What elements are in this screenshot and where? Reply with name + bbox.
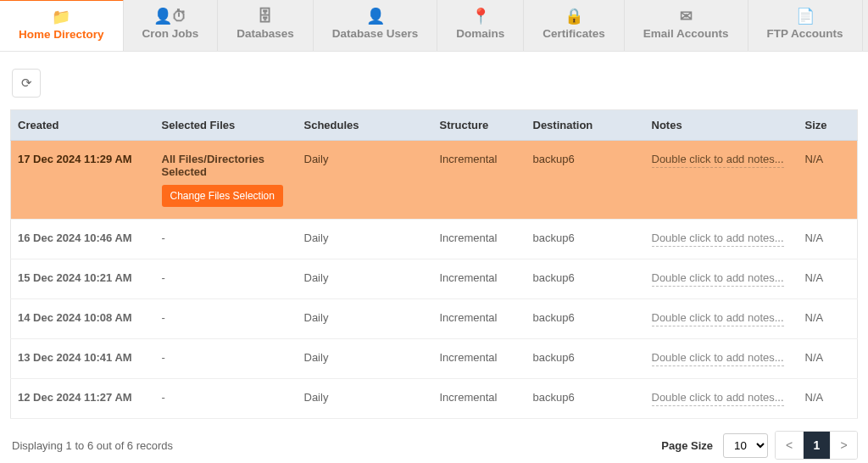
backups-table: Created Selected Files Schedules Structu…: [10, 109, 858, 419]
cell-structure: Incremental: [433, 220, 526, 259]
cell-notes[interactable]: Double click to add notes...: [645, 141, 798, 220]
table-row[interactable]: 12 Dec 2024 11:27 AM-DailyIncrementalbac…: [11, 379, 858, 419]
pager: < 1 >: [775, 431, 858, 460]
cell-notes[interactable]: Double click to add notes...: [645, 220, 798, 259]
cell-schedules: Daily: [298, 379, 433, 419]
table-row[interactable]: 17 Dec 2024 11:29 AMAll Files/Directorie…: [11, 141, 858, 220]
table-row[interactable]: 14 Dec 2024 10:08 AM-DailyIncrementalbac…: [11, 299, 858, 339]
col-selected-files[interactable]: Selected Files: [155, 110, 298, 141]
tab-label: Database Users: [332, 27, 418, 40]
cell-structure: Incremental: [433, 141, 526, 220]
email-accounts-icon: ✉: [643, 8, 729, 24]
cell-created: 16 Dec 2024 10:46 AM: [11, 220, 155, 259]
cell-destination: backup6: [526, 339, 645, 379]
tab-database-users[interactable]: 👤Database Users: [314, 0, 437, 51]
cell-destination: backup6: [526, 259, 645, 299]
cell-schedules: Daily: [298, 220, 433, 259]
cell-created: 15 Dec 2024 10:21 AM: [11, 259, 155, 299]
notes-placeholder: Double click to add notes...: [652, 153, 784, 168]
tab-certificates[interactable]: 🔒Certificates: [524, 0, 625, 51]
cell-destination: backup6: [526, 379, 645, 419]
cell-size: N/A: [798, 259, 858, 299]
col-size[interactable]: Size: [798, 110, 858, 141]
files-selected-text: All Files/Directories Selected: [162, 153, 291, 178]
records-summary: Displaying 1 to 6 out of 6 records: [10, 439, 173, 452]
cell-selected-files: -: [155, 299, 298, 339]
tab-label: Databases: [236, 27, 294, 40]
database-users-icon: 👤: [332, 8, 418, 24]
tab-label: Home Directory: [19, 28, 104, 41]
cell-notes[interactable]: Double click to add notes...: [645, 299, 798, 339]
refresh-button[interactable]: ⟳: [12, 69, 41, 98]
pager-prev[interactable]: <: [776, 432, 803, 459]
notes-placeholder: Double click to add notes...: [652, 391, 784, 406]
cell-schedules: Daily: [298, 141, 433, 220]
tab-label: Domains: [456, 27, 504, 40]
tab-cron-jobs[interactable]: 👤⏱Cron Jobs: [124, 0, 219, 51]
cell-size: N/A: [798, 299, 858, 339]
pager-current[interactable]: 1: [803, 432, 830, 459]
tab-ftp-accounts[interactable]: 📄FTP Accounts: [748, 0, 863, 51]
cell-structure: Incremental: [433, 259, 526, 299]
cell-notes[interactable]: Double click to add notes...: [645, 259, 798, 299]
cell-schedules: Daily: [298, 339, 433, 379]
tab-databases[interactable]: 🗄Databases: [218, 0, 314, 51]
tab-label: Certificates: [542, 27, 605, 40]
cell-size: N/A: [798, 339, 858, 379]
tab-label: Email Accounts: [643, 27, 729, 40]
tab-home-directory[interactable]: 📁Home Directory: [0, 0, 124, 51]
tab-label: FTP Accounts: [767, 27, 843, 40]
cell-notes[interactable]: Double click to add notes...: [645, 339, 798, 379]
cell-structure: Incremental: [433, 299, 526, 339]
cell-selected-files: -: [155, 259, 298, 299]
cell-schedules: Daily: [298, 259, 433, 299]
cell-schedules: Daily: [298, 299, 433, 339]
pager-next[interactable]: >: [830, 432, 857, 459]
notes-placeholder: Double click to add notes...: [652, 271, 784, 287]
col-destination[interactable]: Destination: [526, 110, 645, 141]
cell-destination: backup6: [526, 220, 645, 259]
notes-placeholder: Double click to add notes...: [652, 351, 784, 366]
cell-destination: backup6: [526, 141, 645, 220]
cell-selected-files: -: [155, 339, 298, 379]
cell-structure: Incremental: [433, 379, 526, 419]
cell-size: N/A: [798, 379, 858, 419]
home-directory-icon: 📁: [19, 9, 104, 25]
cell-notes[interactable]: Double click to add notes...: [645, 379, 798, 419]
col-created[interactable]: Created: [11, 110, 155, 141]
domains-icon: 📍: [456, 8, 504, 24]
col-schedules[interactable]: Schedules: [298, 110, 433, 141]
databases-icon: 🗄: [236, 8, 294, 24]
refresh-icon: ⟳: [21, 75, 32, 91]
page-size-label: Page Size: [661, 439, 713, 452]
notes-placeholder: Double click to add notes...: [652, 311, 784, 326]
certificates-icon: 🔒: [542, 8, 605, 24]
col-notes[interactable]: Notes: [645, 110, 798, 141]
ftp-accounts-icon: 📄: [767, 8, 843, 24]
cell-selected-files: All Files/Directories SelectedChange Fil…: [155, 141, 298, 220]
tab-email-accounts[interactable]: ✉Email Accounts: [625, 0, 748, 51]
tab-bar: 📁Home Directory👤⏱Cron Jobs🗄Databases👤Dat…: [0, 0, 868, 52]
cell-created: 12 Dec 2024 11:27 AM: [11, 379, 155, 419]
cell-selected-files: -: [155, 220, 298, 259]
cell-destination: backup6: [526, 299, 645, 339]
cron-jobs-icon: 👤⏱: [142, 8, 199, 24]
cell-size: N/A: [798, 220, 858, 259]
table-row[interactable]: 15 Dec 2024 10:21 AM-DailyIncrementalbac…: [11, 259, 858, 299]
table-row[interactable]: 16 Dec 2024 10:46 AM-DailyIncrementalbac…: [11, 220, 858, 259]
col-structure[interactable]: Structure: [433, 110, 526, 141]
cell-created: 14 Dec 2024 10:08 AM: [11, 299, 155, 339]
notes-placeholder: Double click to add notes...: [652, 232, 784, 247]
page-size-select[interactable]: 10: [723, 433, 768, 458]
cell-created: 17 Dec 2024 11:29 AM: [11, 141, 155, 220]
change-files-button[interactable]: Change Files Selection: [162, 185, 283, 207]
cell-created: 13 Dec 2024 10:41 AM: [11, 339, 155, 379]
tab-domains[interactable]: 📍Domains: [437, 0, 524, 51]
table-row[interactable]: 13 Dec 2024 10:41 AM-DailyIncrementalbac…: [11, 339, 858, 379]
cell-structure: Incremental: [433, 339, 526, 379]
cell-selected-files: -: [155, 379, 298, 419]
cell-size: N/A: [798, 141, 858, 220]
tab-label: Cron Jobs: [142, 27, 199, 40]
